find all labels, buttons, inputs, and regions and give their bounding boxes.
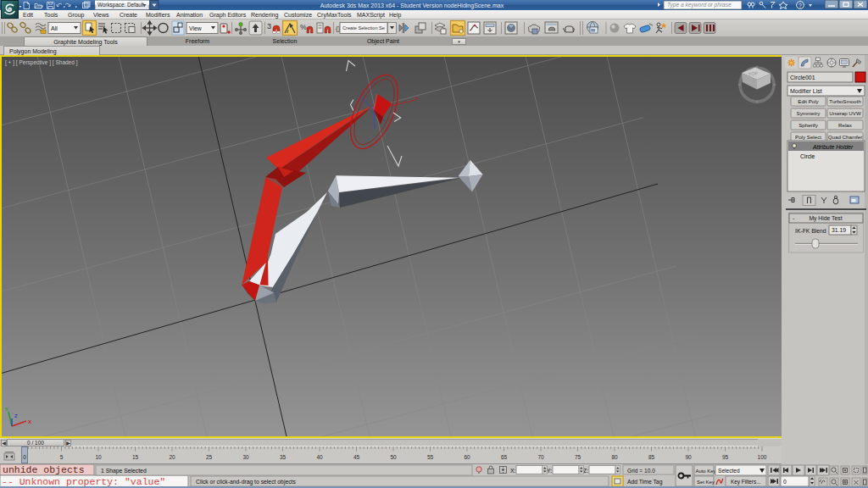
- svg-text:10: 10: [95, 454, 102, 460]
- svg-text:Autodesk 3ds Max 2013 x64 -: Autodesk 3ds Max 2013 x64 - Student Vers…: [320, 3, 504, 9]
- svg-text:Selected: Selected: [718, 468, 740, 474]
- svg-text:45: 45: [353, 454, 360, 460]
- svg-text:TurboSmooth: TurboSmooth: [829, 98, 861, 104]
- svg-text:95: 95: [722, 454, 729, 460]
- svg-text:0: 0: [783, 479, 787, 485]
- svg-text:90: 90: [685, 454, 692, 460]
- svg-text:Workspace: Default: Workspace: Default: [97, 2, 144, 8]
- svg-text:1 Shape Selected: 1 Shape Selected: [101, 468, 147, 474]
- svg-text:Create Selection Se: Create Selection Se: [342, 25, 386, 30]
- svg-text:-- Unknown property: "value": -- Unknown property: "value": [2, 476, 165, 487]
- svg-text:Click or click-and-drag to sel: Click or click-and-drag to select object…: [196, 479, 296, 485]
- svg-text:0: 0: [23, 454, 26, 460]
- svg-text:Auto Key: Auto Key: [696, 469, 716, 474]
- svg-text:View: View: [189, 25, 202, 31]
- svg-text:35: 35: [280, 454, 287, 460]
- svg-text:My Hide Test: My Hide Test: [809, 215, 842, 222]
- svg-text:Attribute Holder: Attribute Holder: [812, 144, 854, 150]
- svg-text:70: 70: [537, 454, 544, 460]
- svg-text:Y: Y: [5, 407, 8, 412]
- svg-text:55: 55: [427, 454, 434, 460]
- svg-text:Grid = 10.0: Grid = 10.0: [627, 468, 655, 474]
- svg-text:Circle001: Circle001: [790, 75, 815, 80]
- svg-text:30: 30: [242, 454, 249, 460]
- svg-text:X: X: [28, 419, 31, 424]
- svg-text:60: 60: [464, 454, 470, 460]
- svg-text:Z: Z: [14, 413, 18, 419]
- svg-text:Z:: Z:: [583, 468, 588, 474]
- svg-text:Symmetry: Symmetry: [797, 110, 821, 116]
- svg-text:Poly Select: Poly Select: [795, 134, 821, 140]
- svg-text:unhide objects: unhide objects: [3, 464, 85, 475]
- svg-text:3: 3: [267, 22, 271, 30]
- svg-text:85: 85: [648, 454, 655, 460]
- svg-text:Type a keyword or phrase: Type a keyword or phrase: [667, 2, 732, 8]
- svg-text:All: All: [51, 25, 58, 31]
- svg-text:Circle: Circle: [800, 153, 815, 159]
- svg-text:20: 20: [169, 454, 175, 460]
- svg-text:Key Filters...: Key Filters...: [731, 479, 761, 485]
- svg-text:31.19: 31.19: [832, 227, 846, 233]
- svg-text:Set Key: Set Key: [697, 480, 715, 485]
- svg-text:100: 100: [758, 454, 767, 460]
- svg-text:IK-FK Blend: IK-FK Blend: [795, 228, 826, 234]
- svg-text:65: 65: [501, 454, 508, 460]
- svg-text:75: 75: [575, 454, 581, 460]
- svg-text:X:: X:: [510, 468, 516, 474]
- svg-text:Quad Chamfer: Quad Chamfer: [828, 134, 863, 140]
- svg-text:80: 80: [611, 454, 618, 460]
- svg-text:Unwrap UVW: Unwrap UVW: [829, 110, 861, 116]
- svg-text:50: 50: [390, 454, 397, 460]
- svg-text:5: 5: [60, 454, 64, 460]
- svg-text:Y:: Y:: [547, 468, 552, 474]
- svg-text:25: 25: [206, 454, 213, 460]
- svg-text:[ + ] [ Perspective ] [ Shaded: [ + ] [ Perspective ] [ Shaded ]: [5, 59, 78, 66]
- svg-text:?: ?: [798, 3, 802, 8]
- svg-text:%: %: [300, 23, 307, 31]
- svg-text:15: 15: [132, 454, 139, 460]
- svg-text:Relax: Relax: [838, 122, 853, 128]
- svg-text:Modifier List: Modifier List: [790, 88, 822, 94]
- svg-text:Spherify: Spherify: [798, 122, 819, 128]
- svg-text:Add Time Tag: Add Time Tag: [627, 479, 663, 485]
- svg-text:Edit Poly: Edit Poly: [798, 98, 819, 104]
- svg-text:40: 40: [316, 454, 323, 460]
